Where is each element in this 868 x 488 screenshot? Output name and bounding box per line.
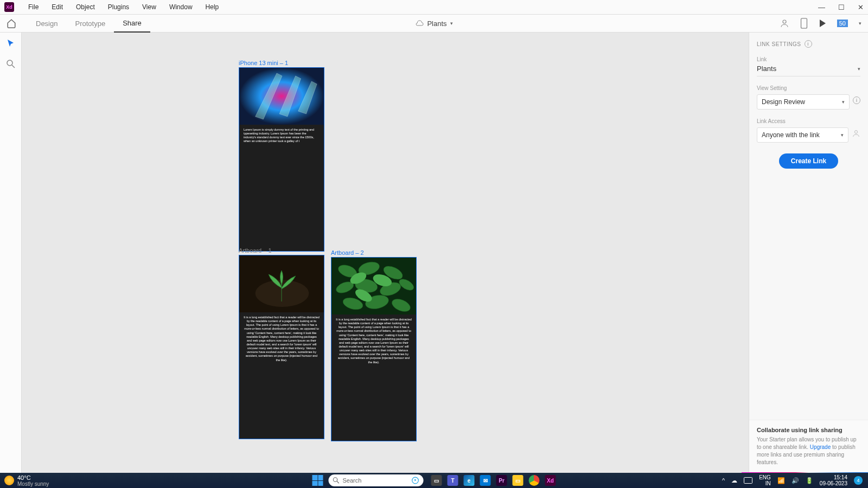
menu-object[interactable]: Object [69, 3, 101, 11]
artboard-image [331, 258, 416, 314]
create-link-button[interactable]: Create Link [779, 153, 838, 169]
tab-prototype[interactable]: Prototype [66, 15, 114, 33]
search-placeholder: Search [343, 477, 362, 484]
volume-icon[interactable]: 🔊 [792, 477, 799, 484]
menu-window[interactable]: Window [163, 3, 199, 11]
info-icon[interactable]: i [805, 40, 812, 48]
close-button[interactable]: ✕ [858, 3, 864, 11]
link-access-label: Link Access [757, 118, 860, 124]
notification-icon[interactable]: 4 [854, 476, 863, 485]
tab-design[interactable]: Design [27, 15, 66, 33]
artboard-label[interactable]: Artboard – 1 [239, 247, 324, 254]
temperature: 40°C [17, 474, 49, 481]
chevron-down-icon: ▾ [450, 21, 453, 26]
collab-title: Collaborate using link sharing [757, 427, 860, 433]
edge-icon[interactable]: e [464, 475, 475, 486]
share-panel: LINK SETTINGS i Link Plants ▾ View Setti… [749, 33, 868, 473]
task-view-icon[interactable]: ▭ [431, 475, 442, 486]
artboard-text: It is a long established fact that a rea… [239, 312, 324, 365]
premiere-icon[interactable]: Pr [496, 475, 507, 486]
play-icon[interactable] [819, 19, 826, 28]
panel-title: LINK SETTINGS i [757, 40, 860, 48]
sun-icon [4, 476, 14, 485]
keyboard-icon[interactable] [744, 477, 752, 484]
artboard-text: It is a long established fact that a rea… [331, 314, 416, 368]
svg-point-2 [7, 60, 12, 66]
clock[interactable]: 15:1409-06-2023 [820, 474, 847, 486]
zoom-chevron-icon[interactable]: ▾ [859, 21, 861, 26]
document-title[interactable]: Plants ▾ [415, 20, 452, 28]
view-setting-select[interactable]: Design Review ▾ [757, 94, 850, 110]
battery-icon[interactable]: 🔋 [806, 477, 813, 484]
bing-icon [412, 477, 419, 484]
svg-point-20 [854, 131, 857, 133]
artboard-image [239, 255, 324, 312]
app-icon: Xd [4, 2, 14, 12]
link-field-label: Link [757, 56, 860, 62]
mode-bar: Design Prototype Share Plants ▾ 50 ▾ [0, 15, 868, 33]
view-setting-label: View Setting [757, 85, 860, 91]
svg-rect-23 [744, 478, 752, 484]
view-setting-value: Design Review [762, 98, 805, 106]
artboard-label[interactable]: iPhone 13 mini – 1 [239, 60, 324, 66]
profile-icon[interactable] [780, 18, 789, 28]
menu-file[interactable]: File [22, 3, 45, 11]
menu-plugins[interactable]: Plugins [101, 3, 136, 11]
document-name: Plants [427, 20, 446, 28]
mobile-preview-icon[interactable] [800, 18, 808, 29]
chevron-down-icon: ▾ [858, 66, 860, 72]
wifi-icon[interactable]: 📶 [777, 477, 785, 484]
link-access-value: Anyone with the link [762, 131, 820, 139]
menu-edit[interactable]: Edit [45, 3, 69, 11]
collab-text: Your Starter plan allows you to publish … [757, 436, 860, 466]
taskbar: 40°C Mostly sunny Search ▭ T e ✉ Pr ▭ Xd… [0, 473, 868, 488]
start-button[interactable] [312, 475, 323, 486]
language-indicator[interactable]: ENGIN [759, 474, 771, 486]
link-name-value: Plants [757, 65, 776, 73]
minimize-button[interactable]: — [818, 3, 825, 11]
svg-point-0 [783, 20, 786, 23]
info-icon[interactable]: i [853, 97, 860, 104]
artboard-iphone[interactable]: Lorem Ipsum is simply dummy text of the … [239, 67, 324, 252]
chrome-icon[interactable] [529, 475, 540, 486]
left-toolbar [0, 33, 22, 473]
menu-view[interactable]: View [136, 3, 163, 11]
chevron-down-icon: ▾ [841, 132, 844, 138]
search-icon [333, 477, 340, 484]
canvas[interactable]: iPhone 13 mini – 1 Lorem Ipsum is simply… [22, 33, 749, 473]
weather-widget[interactable]: 40°C Mostly sunny [4, 474, 49, 487]
upgrade-link[interactable]: Upgrade [810, 444, 831, 450]
artboard-image [239, 68, 324, 125]
menu-help[interactable]: Help [199, 3, 226, 11]
mail-icon[interactable]: ✉ [480, 475, 491, 486]
onedrive-icon[interactable]: ☁ [731, 477, 737, 484]
home-icon[interactable] [7, 18, 16, 28]
weather-condition: Mostly sunny [17, 481, 49, 487]
tray-chevron-icon[interactable]: ^ [722, 477, 725, 484]
chevron-down-icon: ▾ [842, 99, 845, 105]
artboard-1[interactable]: It is a long established fact that a rea… [239, 255, 324, 439]
cloud-icon [415, 20, 424, 27]
xd-icon[interactable]: Xd [545, 475, 556, 486]
artboard-label[interactable]: Artboard – 2 [331, 249, 417, 256]
teams-icon[interactable]: T [448, 475, 458, 486]
svg-point-21 [333, 478, 337, 482]
artboard-2[interactable]: It is a long established fact that a rea… [331, 257, 417, 441]
maximize-button[interactable]: ☐ [838, 3, 845, 11]
user-icon[interactable] [852, 129, 860, 138]
link-access-select[interactable]: Anyone with the link ▾ [757, 127, 848, 143]
explorer-icon[interactable]: ▭ [513, 475, 524, 486]
link-name-select[interactable]: Plants ▾ [757, 65, 860, 76]
search-input[interactable]: Search [329, 474, 424, 486]
collab-note: Collaborate using link sharing Your Star… [749, 420, 868, 473]
zoom-value[interactable]: 50 [837, 20, 848, 27]
svg-rect-1 [801, 18, 807, 28]
tab-share[interactable]: Share [114, 15, 150, 33]
zoom-tool[interactable] [5, 59, 16, 69]
select-tool[interactable] [5, 38, 16, 49]
artboard-text: Lorem Ipsum is simply dummy text of the … [239, 125, 324, 147]
titlebar: Xd File Edit Object Plugins View Window … [0, 0, 868, 15]
